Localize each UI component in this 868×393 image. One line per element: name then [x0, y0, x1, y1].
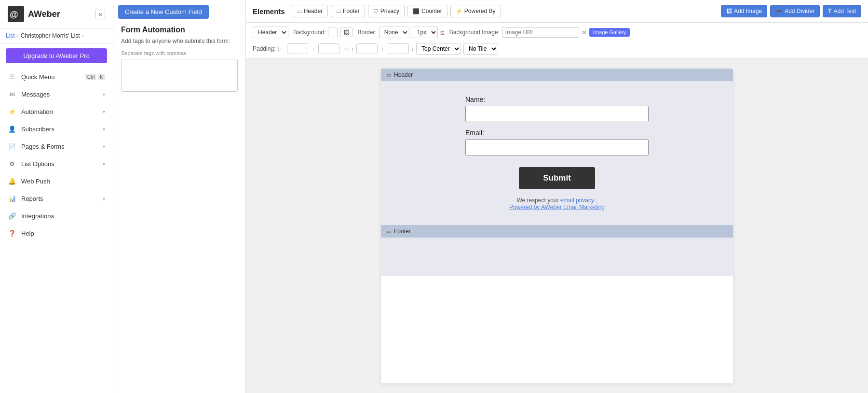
counter-element-button[interactable]: ⬛ Counter: [407, 5, 448, 17]
breadcrumb-separator: ›: [17, 32, 19, 39]
border-label: Border:: [357, 29, 376, 36]
pad-link-icon: ⋮: [311, 46, 316, 52]
header-element-button[interactable]: ▭ Header: [292, 5, 328, 17]
add-text-icon: T: [828, 8, 831, 14]
breadcrumb-arrow-icon: ›: [82, 32, 84, 39]
pad-left-icon: |←: [278, 46, 285, 52]
pad-right-icon: →|: [342, 46, 349, 52]
sidebar-item-automation[interactable]: ⚡ Automation ▾: [0, 103, 113, 120]
properties-bar: Header Background: 🖼 Border: None 1px ⧅: [246, 23, 868, 59]
position-select[interactable]: Top Center: [416, 43, 461, 55]
form-panel: Create a New Custom Field Form Automatio…: [113, 0, 246, 393]
sidebar-label-web-push: Web Push: [21, 178, 105, 185]
border-group: Border: None 1px ⧅: [357, 27, 444, 38]
sidebar-label-reports: Reports: [21, 195, 98, 202]
aweber-logo-icon: @: [8, 6, 24, 22]
pad-top-icon: ↑: [351, 46, 354, 52]
footer-section-bar[interactable]: ▭ Footer: [381, 225, 733, 238]
logo-text: AWeber: [28, 9, 60, 19]
privacy-text: We respect your email privacy .: [516, 197, 597, 204]
add-text-button[interactable]: T Add Text: [823, 5, 861, 17]
tile-select[interactable]: No Tile: [463, 43, 498, 55]
bg-image-url-input[interactable]: [502, 27, 579, 38]
powered-by-element-icon: ⚡: [456, 8, 462, 14]
name-field-input[interactable]: [465, 106, 649, 122]
privacy-element-button[interactable]: 🛡 Privacy: [368, 5, 405, 17]
clear-bg-image-icon[interactable]: ✕: [582, 29, 587, 36]
quick-menu-shortcut: CtrlK: [85, 74, 105, 80]
quick-menu-icon: ☰: [8, 72, 16, 81]
add-divider-icon: ➖: [775, 8, 783, 14]
tags-textarea[interactable]: [121, 59, 238, 92]
email-privacy-link[interactable]: email privacy: [560, 197, 594, 204]
pages-forms-icon: 📄: [8, 142, 16, 151]
privacy-element-icon: 🛡: [373, 8, 379, 14]
sidebar: @ AWeber « List › Christopher Morris' Li…: [0, 0, 113, 393]
padding-right-input[interactable]: 20: [318, 43, 339, 54]
sidebar-item-quick-menu[interactable]: ☰ Quick Menu CtrlK: [0, 68, 113, 85]
counter-element-label: Counter: [421, 8, 442, 14]
automation-icon: ⚡: [8, 107, 16, 116]
collapse-sidebar-button[interactable]: «: [95, 9, 105, 19]
form-body-wrapper: Name: Email: Submit We respect your: [381, 81, 733, 225]
email-field-input[interactable]: [465, 139, 649, 155]
sidebar-item-help[interactable]: ❓ Help: [0, 225, 113, 242]
background-label: Background:: [293, 29, 326, 36]
powered-by-link[interactable]: Powered by AWeber Email Marketing: [509, 204, 605, 211]
create-custom-field-button[interactable]: Create a New Custom Field: [118, 5, 209, 19]
sidebar-label-list-options: List Options: [21, 160, 98, 168]
border-style-select[interactable]: None: [379, 27, 409, 38]
powered-by-element-button[interactable]: ⚡ Powered By: [450, 5, 501, 17]
sidebar-label-quick-menu: Quick Menu: [21, 73, 81, 81]
form-automation-description: Add tags to anyone who submits this form…: [113, 34, 245, 50]
help-icon: ❓: [8, 229, 16, 238]
footer-element-button[interactable]: ▭ Footer: [331, 5, 365, 17]
image-gallery-button[interactable]: Image Gallery: [589, 28, 630, 37]
padding-bottom-input[interactable]: 20: [388, 43, 409, 54]
breadcrumb: List › Christopher Morris' List ›: [0, 28, 113, 43]
sidebar-nav: ☰ Quick Menu CtrlK ✉ Messages ▾ ⚡ Automa…: [0, 68, 113, 242]
breadcrumb-list-name: Christopher Morris' List: [21, 32, 80, 39]
footer-section-label: Footer: [394, 228, 411, 235]
breadcrumb-list-label[interactable]: List: [6, 32, 15, 39]
email-field-group: Email:: [465, 129, 649, 155]
privacy-element-label: Privacy: [380, 8, 399, 14]
submit-button[interactable]: Submit: [519, 167, 595, 189]
background-group: Background: 🖼: [293, 28, 353, 37]
chevron-down-icon: ▾: [103, 196, 105, 201]
bg-image-label: Background Image:: [449, 29, 500, 36]
sidebar-item-messages[interactable]: ✉ Messages ▾: [0, 85, 113, 103]
add-image-label: Add Image: [734, 8, 762, 14]
sidebar-item-reports[interactable]: 📊 Reports ▾: [0, 190, 113, 207]
sidebar-item-list-options[interactable]: ⚙ List Options ▾: [0, 155, 113, 172]
sidebar-item-integrations[interactable]: 🔗 Integrations: [0, 207, 113, 225]
sidebar-header: @ AWeber «: [0, 0, 113, 28]
header-element-label: Header: [304, 8, 323, 14]
border-width-select[interactable]: 1px: [412, 27, 438, 38]
sidebar-item-pages-forms[interactable]: 📄 Pages & Forms ▾: [0, 138, 113, 155]
subscribers-icon: 👤: [8, 125, 16, 133]
upgrade-button[interactable]: Upgrade to AWeber Pro: [6, 48, 107, 63]
padding-left-input[interactable]: 20: [287, 43, 308, 54]
canvas-area: ▭ Header Name: Email:: [246, 59, 868, 393]
chevron-down-icon: ▾: [103, 161, 105, 167]
sidebar-item-subscribers[interactable]: 👤 Subscribers ▾: [0, 120, 113, 138]
main-content: Create a New Custom Field Form Automatio…: [113, 0, 868, 393]
web-push-icon: 🔔: [8, 177, 16, 185]
name-field-group: Name:: [465, 96, 649, 122]
footer-element-label: Footer: [343, 8, 360, 14]
background-image-icon-button[interactable]: 🖼: [340, 28, 353, 37]
background-color-swatch[interactable]: [328, 28, 338, 37]
header-section-bar[interactable]: ▭ Header: [381, 69, 733, 81]
reports-icon: 📊: [8, 194, 16, 203]
header-section-label: Header: [394, 71, 413, 78]
border-color-icon[interactable]: ⧅: [440, 28, 445, 37]
sidebar-item-web-push[interactable]: 🔔 Web Push: [0, 172, 113, 190]
add-divider-button[interactable]: ➖ Add Divider: [770, 5, 820, 17]
add-image-button[interactable]: 🖼 Add Image: [721, 5, 767, 17]
section-select[interactable]: Header: [253, 27, 288, 38]
bg-image-group: Background Image: ✕ Image Gallery: [449, 27, 630, 38]
form-automation-title: Form Automation: [113, 26, 245, 34]
padding-top-input[interactable]: 40: [356, 43, 378, 54]
add-text-label: Add Text: [834, 8, 856, 14]
